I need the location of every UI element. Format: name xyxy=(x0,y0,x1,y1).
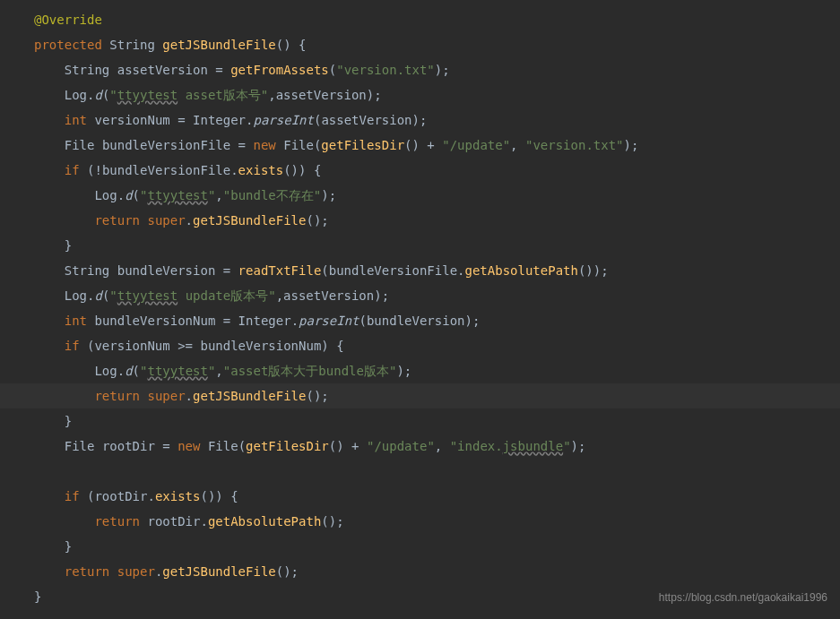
code-line-1: @Override xyxy=(0,7,840,32)
code-line-14: if (versionNum >= bundleVersionNum) { xyxy=(0,333,840,358)
code-line-11: String bundleVersion = readTxtFile(bundl… xyxy=(0,258,840,283)
code-line-4: Log.d("ttyytest asset版本号",assetVersion); xyxy=(0,82,840,107)
code-line-16-highlighted: return super.getJSBundleFile(); xyxy=(0,383,840,408)
code-line-19 xyxy=(0,459,840,484)
code-line-17: } xyxy=(0,408,840,434)
code-line-22: } xyxy=(0,534,840,559)
code-line-3: String assetVersion = getFromAssets("ver… xyxy=(0,57,840,82)
annotation-override: @Override xyxy=(34,13,102,27)
code-line-18: File rootDir = new File(getFilesDir() + … xyxy=(0,434,840,459)
code-line-20: if (rootDir.exists()) { xyxy=(0,484,840,509)
watermark-text: https://blog.csdn.net/gaokaikai1996 xyxy=(659,585,827,610)
code-editor[interactable]: @Override protected String getJSBundleFi… xyxy=(0,7,840,609)
code-line-5: int versionNum = Integer.parseInt(assetV… xyxy=(0,107,840,133)
code-line-6: File bundleVersionFile = new File(getFil… xyxy=(0,133,840,158)
code-line-10: } xyxy=(0,233,840,258)
code-line-12: Log.d("ttyytest update版本号",assetVersion)… xyxy=(0,283,840,308)
code-line-21: return rootDir.getAbsolutePath(); xyxy=(0,509,840,534)
code-line-7: if (!bundleVersionFile.exists()) { xyxy=(0,158,840,183)
code-line-13: int bundleVersionNum = Integer.parseInt(… xyxy=(0,308,840,333)
code-line-9: return super.getJSBundleFile(); xyxy=(0,208,840,233)
code-line-15: Log.d("ttyytest","asset版本大于bundle版本"); xyxy=(0,358,840,383)
code-line-23: return super.getJSBundleFile(); xyxy=(0,559,840,584)
code-line-8: Log.d("ttyytest","bundle不存在"); xyxy=(0,183,840,208)
code-line-2: protected String getJSBundleFile() { xyxy=(0,32,840,57)
